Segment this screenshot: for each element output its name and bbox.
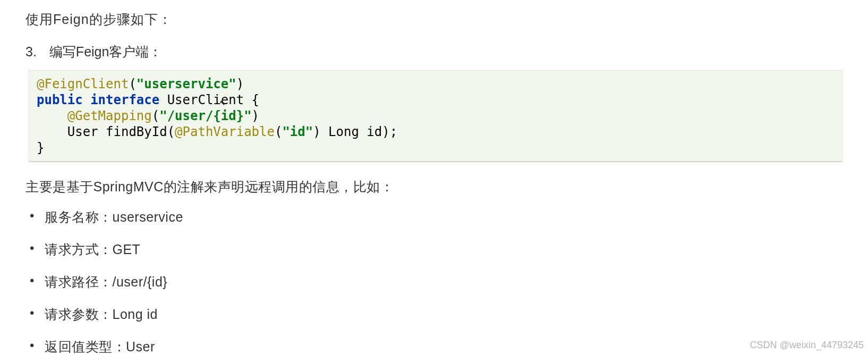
code-token: }	[37, 140, 44, 155]
step-number: 3.	[25, 44, 37, 60]
code-token: ) Long id);	[313, 124, 397, 139]
step-label: 编写Feign客户端：	[49, 43, 163, 61]
watermark: CSDN @weixin_44793245	[750, 340, 864, 351]
code-token: @PathVariable	[175, 124, 275, 139]
code-token: @FeignClient	[37, 77, 129, 91]
code-token	[83, 92, 90, 107]
code-block: @FeignClient("userservice") public inter…	[29, 70, 843, 162]
code-token: (	[275, 124, 282, 139]
code-token: User findById(	[37, 124, 175, 139]
code-token: "/user/{id}"	[159, 108, 251, 123]
step-heading: 3. 编写Feign客户端：	[25, 43, 843, 61]
code-token: )	[236, 77, 244, 91]
list-item: 请求路径：/user/{id}	[27, 273, 843, 291]
intro-text: 使用Feign的步骤如下：	[25, 11, 843, 28]
code-token: UserClient {	[159, 92, 259, 107]
code-token: public	[37, 92, 83, 107]
list-item: 请求参数：Long id	[27, 306, 843, 323]
list-item: 请求方式：GET	[27, 241, 843, 258]
code-token: interface	[90, 92, 159, 107]
info-list: 服务名称：userservice 请求方式：GET 请求路径：/user/{id…	[25, 208, 843, 354]
code-token: )	[252, 108, 259, 123]
list-item: 返回值类型：User	[27, 338, 843, 354]
code-token: @GetMapping	[67, 108, 152, 123]
code-token	[37, 108, 67, 123]
list-item: 服务名称：userservice	[27, 208, 843, 226]
description-text: 主要是基于SpringMVC的注解来声明远程调用的信息，比如：	[25, 178, 843, 196]
code-token: "id"	[282, 124, 313, 139]
code-token: "userservice"	[137, 77, 236, 91]
code-token: (	[129, 77, 136, 91]
code-token: (	[152, 108, 159, 123]
